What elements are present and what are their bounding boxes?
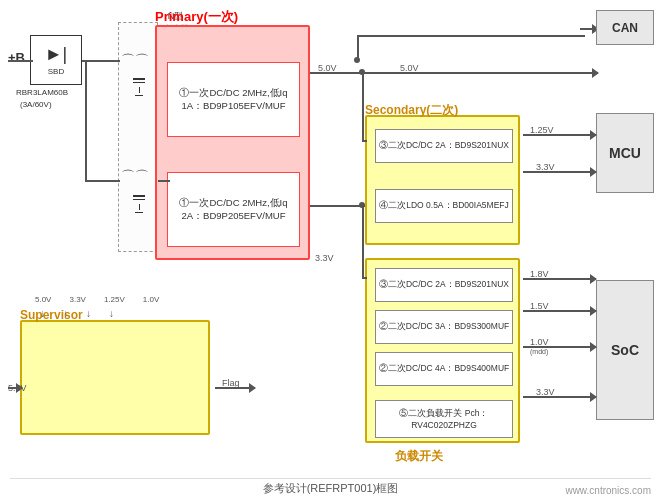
- load-switch-block: ⑤二次負载开关 Pch：RV4C020ZPHZG: [375, 400, 513, 438]
- line-to-mcu: [357, 72, 585, 74]
- arrow-5v-sup: [16, 383, 23, 393]
- arrow-1v5: [590, 306, 597, 316]
- voltage-1v25: 1.25V: [530, 125, 554, 135]
- capacitor-bottom: [133, 195, 145, 213]
- line-5v-sup: [8, 387, 22, 389]
- arrow-flag: [249, 383, 256, 393]
- line-down-to-soc: [362, 205, 364, 277]
- line-filter-primary-bottom: [158, 180, 170, 182]
- plus-b-label: +B: [8, 50, 25, 65]
- primary-box: ①一次DC/DC 2MHz,低Iq1A：BD9P105EFV/MUF ①一次DC…: [155, 25, 310, 260]
- line-3v3-to-mcu: [523, 171, 596, 173]
- secondary-box: ③二次DC/DC 2A：BD9S201NUX ④二次LDO 0.5A：BD00I…: [365, 115, 520, 245]
- voltage-3v3-mcu: 3.3V: [536, 162, 555, 172]
- primary-dcdc-top: ①一次DC/DC 2MHz,低Iq1A：BD9P105EFV/MUF: [167, 62, 300, 137]
- line-plusb-sbd: [8, 60, 33, 62]
- voltage-1v5: 1.5V: [530, 301, 549, 311]
- sbd-rating: (3A/60V): [20, 100, 52, 109]
- secondary-block2: ④二次LDO 0.5A：BD00IA5MEFJ: [375, 189, 513, 223]
- voltage-mcu: 5.0V: [400, 63, 419, 73]
- supervisor-down-arrows: ↓ ↓ ↓ ↓: [40, 308, 114, 319]
- primary-dcdc-bottom: ①一次DC/DC 2MHz,低Iq2A：BD9P205EFV/MUF: [167, 172, 300, 247]
- line-mcu-arrow: [580, 72, 598, 74]
- sbd-label: SBD: [48, 67, 64, 76]
- voltage-3v3-soc: 3.3V: [536, 387, 555, 397]
- load-switch-label: 负载开关: [395, 448, 443, 465]
- arrow-1v25: [590, 130, 597, 140]
- sbd-component: ►| SBD: [30, 35, 82, 85]
- secondary-block1: ③二次DC/DC 2A：BD9S201NUX: [375, 129, 513, 163]
- mcu-output-box: MCU: [596, 113, 654, 193]
- voltage-soc-in: 3.3V: [315, 253, 334, 263]
- line-into-sec: [362, 140, 367, 142]
- soc-block1: ③二次DC/DC 2A：BD9S201NUX: [375, 268, 513, 302]
- diagram-container: N型 滤波器 ⌒⌒ ⌒⌒ +B ►| SBD RBR3LAM60B (3A/60…: [0, 0, 661, 504]
- secondary-label: Secondary(二次): [365, 102, 458, 119]
- bottom-divider: [10, 478, 651, 479]
- line-sbd-filter: [82, 60, 120, 62]
- line-vert-sbd: [85, 60, 87, 182]
- line-to-can-box: [357, 35, 585, 37]
- line-up-to-can: [357, 35, 359, 60]
- dot-bottom-junction: [359, 202, 365, 208]
- line-top-to-secondary: [310, 72, 365, 74]
- voltage-1v0: 1.0V: [530, 337, 549, 347]
- soc-output-box: SoC: [596, 280, 654, 420]
- arrow-3v3-soc: [590, 392, 597, 402]
- soc-block2: ②二次DC/DC 3A：BD9S300MUF: [375, 310, 513, 344]
- arrow-mcu-5v: [592, 68, 599, 78]
- supervisor-voltage-labels: 5.0V 3.3V 1.25V 1.0V: [35, 295, 159, 304]
- line-bottom-sbd: [85, 180, 120, 182]
- arrow-1v0: [590, 342, 597, 352]
- can-output-box: CAN: [596, 10, 654, 45]
- line-primary-bottom-out: [310, 205, 365, 207]
- diode-symbol: ►|: [45, 44, 68, 65]
- inductor-bottom: ⌒⌒: [121, 168, 149, 186]
- inductor-top: ⌒⌒: [121, 52, 149, 70]
- line-down-to-sec: [362, 72, 364, 140]
- website-label: www.cntronics.com: [565, 485, 651, 496]
- capacitor-top: [133, 78, 145, 96]
- line-3v3-soc: [523, 396, 596, 398]
- reference-label: 参考设计(REFRPT001)框图: [263, 481, 399, 496]
- flag-label: Flag: [222, 378, 240, 388]
- soc-box: ③二次DC/DC 2A：BD9S201NUX ②二次DC/DC 3A：BD9S3…: [365, 258, 520, 443]
- voltage-mdd: (mdd): [530, 348, 548, 355]
- voltage-1v8: 1.8V: [530, 269, 549, 279]
- line-into-soc: [362, 277, 367, 279]
- soc-block3: ②二次DC/DC 4A：BD9S400MUF: [375, 352, 513, 386]
- arrow-1v8: [590, 274, 597, 284]
- supervisor-box: 电源监控C (电压监控器,WDT,BIST等) BD39042MUF: [20, 320, 210, 435]
- dot-top2-junction: [359, 69, 365, 75]
- primary-label: Primary(一次): [155, 8, 238, 26]
- sbd-part-number: RBR3LAM60B: [16, 88, 68, 97]
- arrow-3v3-mcu: [590, 167, 597, 177]
